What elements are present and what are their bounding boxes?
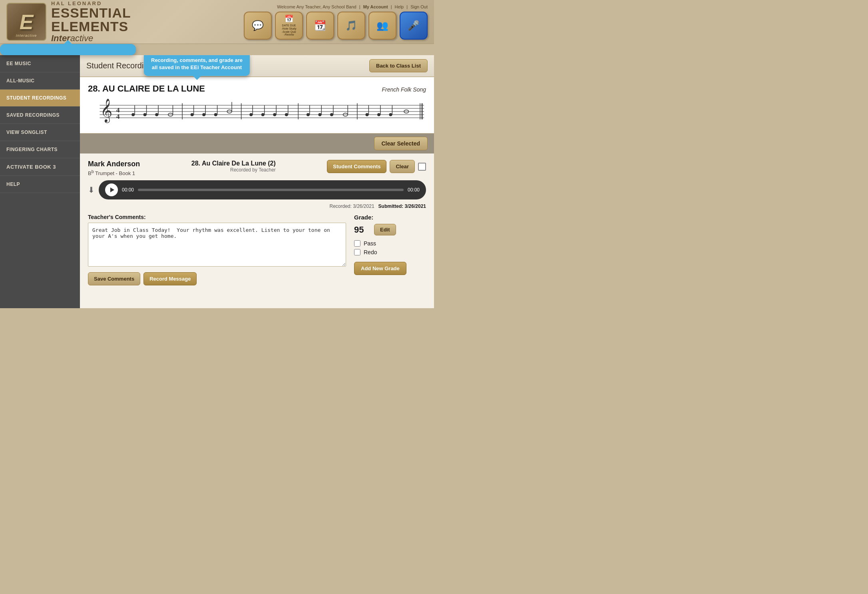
select-checkbox[interactable] (418, 163, 426, 171)
music-book-icon-btn[interactable]: 🎵 (337, 12, 365, 40)
teacher-comments-textarea[interactable] (88, 223, 346, 267)
chat-icon: 💬 (252, 20, 264, 31)
sidebar: EE MUSIC ALL-MUSIC STUDENT RECORDINGS SA… (0, 55, 80, 308)
progress-bar[interactable] (138, 189, 404, 191)
time-start: 00:00 (122, 187, 134, 193)
sidebar-item-activate-book[interactable]: ACTIVATE BOOK 3 (0, 158, 80, 176)
pass-checkbox[interactable] (354, 240, 360, 247)
sidebar-item-all-music[interactable]: ALL-MUSIC (0, 72, 80, 90)
logo-box: E Interactive (6, 3, 46, 41)
svg-point-19 (202, 113, 205, 116)
add-new-grade-button[interactable]: Add New Grade (354, 262, 406, 275)
music-subtitle: French Folk Song (382, 86, 426, 93)
sidebar-item-view-songlist[interactable]: VIEW SONGLIST (0, 124, 80, 141)
recorded-dates: Recorded: 3/26/2021 Submitted: 3/26/2021 (88, 203, 426, 209)
chat-icon-btn[interactable]: 💬 (244, 12, 272, 40)
people-icon: 👥 (376, 20, 388, 31)
recorded-by: Recorded by Teacher (191, 167, 276, 173)
svg-point-26 (249, 113, 253, 116)
calendar-icon: 📅 (285, 14, 293, 23)
audio-player-row: ⬇ 00:00 00:00 (88, 180, 426, 199)
save-comments-button[interactable]: Save Comments (88, 272, 140, 285)
microphone-icon: 🎤 (408, 20, 420, 31)
svg-point-35 (307, 113, 310, 116)
grade-value: 95 (354, 225, 370, 235)
sign-out-link[interactable]: Sign Out (410, 4, 428, 9)
svg-point-48 (389, 113, 392, 116)
microphone-icon-btn[interactable]: 🎤 (400, 12, 428, 40)
brand-interactive: Interactive (51, 34, 131, 43)
music-staff: 𝄞 4 4 (88, 97, 426, 125)
redo-checkbox-row: Redo (354, 249, 426, 255)
student-instrument: Bb Trumpet - Book 1 (88, 169, 140, 176)
header-top-links: Welcome Any Teacher, Any School Band | M… (277, 4, 428, 9)
header-icons: 💬 📅 DATE DUE-Note Study-Scale Quiz-Revie… (244, 12, 428, 40)
clear-button[interactable]: Clear (390, 160, 415, 173)
svg-point-8 (131, 113, 135, 116)
sidebar-item-student-recordings[interactable]: STUDENT RECORDINGS (0, 90, 80, 107)
music-title: 28. AU CLAIRE DE LA LUNE (88, 84, 205, 94)
student-comments-button[interactable]: Student Comments (327, 160, 386, 173)
logo-area: E Interactive HAL LEONARD ESSENTIAL ELEM… (6, 1, 131, 43)
clear-selected-button[interactable]: Clear Selected (374, 137, 428, 150)
calendar-icon-btn[interactable]: 📅 DATE DUE-Note Study-Scale Quiz-Review (275, 12, 303, 40)
record-message-button[interactable]: Record Message (143, 272, 197, 285)
sidebar-item-fingering-charts[interactable]: FINGERING CHARTS (0, 141, 80, 158)
svg-point-17 (191, 113, 194, 116)
comments-grade-row: Teacher's Comments: Save Comments Record… (88, 214, 426, 285)
time-end: 00:00 (408, 187, 420, 193)
svg-point-21 (214, 113, 217, 116)
grade-value-row: 95 Edit (354, 224, 426, 235)
song-info: 28. Au Claire De La Lune (2) Recorded by… (191, 160, 276, 173)
help-link[interactable]: Help (395, 4, 404, 9)
pass-checkbox-row: Pass (354, 240, 426, 247)
svg-point-28 (261, 113, 265, 116)
student-name: Mark Anderson (88, 160, 140, 168)
grade-label: Grade: (354, 214, 426, 221)
card-header: Mark Anderson Bb Trumpet - Book 1 28. Au… (88, 160, 426, 176)
schedule-icon: 📆 (314, 20, 326, 31)
redo-label: Redo (364, 249, 377, 255)
redo-checkbox[interactable] (354, 249, 360, 255)
sidebar-item-ee-music[interactable]: EE MUSIC (0, 55, 80, 72)
app-header: E Interactive HAL LEONARD ESSENTIAL ELEM… (0, 0, 434, 44)
svg-point-44 (366, 113, 369, 116)
brand-text: HAL LEONARD ESSENTIAL ELEMENTS Interacti… (51, 1, 131, 43)
submitted-label: Submitted: 3/26/2021 (378, 203, 426, 209)
calendar-icon-text: DATE DUE-Note Study-Scale Quiz-Review (282, 24, 297, 36)
brand-elements: ELEMENTS (51, 20, 131, 33)
svg-text:4: 4 (116, 112, 120, 120)
schedule-icon-btn[interactable]: 📆 (306, 12, 334, 40)
song-name: 28. Au Claire De La Lune (2) (191, 160, 276, 167)
svg-point-37 (318, 113, 321, 116)
tooltip-bubble (0, 44, 136, 55)
svg-point-39 (330, 113, 333, 116)
download-icon[interactable]: ⬇ (88, 185, 95, 195)
svg-point-32 (285, 113, 288, 116)
audio-player: 00:00 00:00 (99, 180, 426, 199)
sidebar-item-help[interactable]: HELP (0, 176, 80, 193)
sidebar-item-saved-recordings[interactable]: SAVED RECORDINGS (0, 107, 80, 124)
grade-section: Grade: 95 Edit Pass Redo Add New Grade (354, 214, 426, 275)
back-to-class-list-button[interactable]: Back to Class List (369, 59, 428, 72)
toolbar-row: Clear Selected (80, 134, 434, 153)
tooltip-bubble: Recording, comments, and grade areall sa… (144, 55, 250, 76)
content-header: Student Recordings Recording, comments, … (80, 55, 434, 77)
music-score: 28. AU CLAIRE DE LA LUNE French Folk Son… (80, 77, 434, 134)
pass-label: Pass (364, 240, 376, 247)
people-icon-btn[interactable]: 👥 (368, 12, 396, 40)
brand-essential: ESSENTIAL (51, 6, 131, 20)
recording-card: Mark Anderson Bb Trumpet - Book 1 28. Au… (80, 153, 434, 308)
content-area: Student Recordings Recording, comments, … (80, 55, 434, 308)
teacher-comments-label: Teacher's Comments: (88, 214, 346, 220)
my-account-link[interactable]: My Account (363, 4, 388, 9)
svg-point-10 (143, 113, 147, 116)
play-button[interactable] (105, 183, 118, 196)
edit-grade-button[interactable]: Edit (374, 224, 396, 235)
tooltip-arrow (193, 76, 201, 80)
svg-point-46 (377, 113, 380, 116)
welcome-text: Welcome Any Teacher, Any School Band (277, 4, 356, 9)
music-title-row: 28. AU CLAIRE DE LA LUNE French Folk Son… (88, 84, 426, 94)
logo-letter: E (20, 10, 34, 34)
main-layout: EE MUSIC ALL-MUSIC STUDENT RECORDINGS SA… (0, 55, 434, 308)
